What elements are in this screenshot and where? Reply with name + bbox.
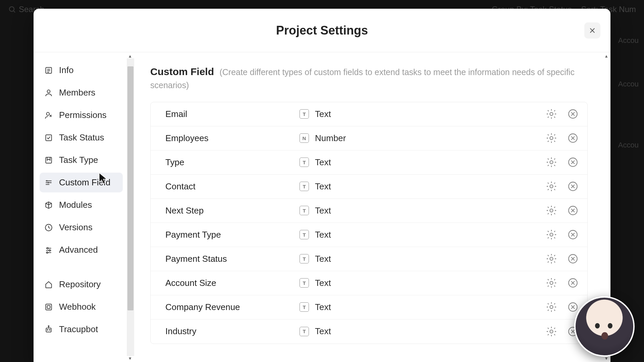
- sidebar-item-webhook[interactable]: Webhook: [40, 297, 123, 317]
- field-settings-button[interactable]: [546, 108, 557, 120]
- customfield-icon: [44, 178, 53, 187]
- field-delete-button[interactable]: [567, 229, 579, 240]
- field-name: Next Step: [165, 205, 300, 216]
- sidebar-item-label: Modules: [59, 200, 92, 210]
- custom-field-row: IndustryTText: [151, 319, 587, 344]
- svg-rect-26: [46, 328, 51, 332]
- versions-icon: [44, 223, 53, 232]
- project-settings-modal: Project Settings ▴ ▾ InfoMembersPermissi…: [34, 9, 610, 362]
- repository-icon: [44, 280, 53, 289]
- field-delete-button[interactable]: [567, 132, 579, 144]
- field-settings-button[interactable]: [546, 157, 557, 168]
- field-name: Contact: [165, 181, 300, 192]
- sidebar-scrollbar-thumb[interactable]: [127, 66, 133, 310]
- field-type-icon: T: [300, 327, 309, 336]
- field-delete-button[interactable]: [567, 205, 579, 216]
- field-type: TText: [300, 230, 546, 240]
- modal-title: Project Settings: [276, 23, 368, 38]
- field-name: Payment Type: [165, 230, 300, 240]
- sidebar-item-members[interactable]: Members: [40, 83, 123, 103]
- field-settings-button[interactable]: [546, 326, 557, 337]
- sidebar-item-tasktype[interactable]: Task Type: [40, 150, 123, 170]
- sidebar-item-taskstatus[interactable]: Task Status: [40, 128, 123, 147]
- svg-point-30: [49, 329, 50, 330]
- avatar[interactable]: [574, 296, 635, 357]
- field-type: TText: [300, 181, 546, 192]
- field-type-icon: T: [300, 206, 309, 215]
- field-type: TText: [300, 205, 546, 216]
- svg-point-21: [49, 249, 50, 251]
- svg-point-31: [550, 112, 553, 115]
- sidebar-item-permissions[interactable]: Permissions: [40, 105, 123, 125]
- svg-point-55: [550, 257, 553, 260]
- field-name: Employees: [165, 133, 300, 143]
- sidebar-item-repository[interactable]: Repository: [40, 275, 123, 294]
- field-type-icon: T: [300, 158, 309, 167]
- field-type: TText: [300, 278, 546, 288]
- field-type-icon: T: [300, 254, 309, 263]
- permissions-icon: [44, 111, 53, 120]
- custom-field-row: Payment StatusTText: [151, 247, 587, 271]
- sidebar-item-tracupbot[interactable]: Tracupbot: [40, 319, 123, 339]
- custom-field-row: ContactTText: [151, 175, 587, 199]
- custom-field-row: EmployeesNNumber: [151, 126, 587, 150]
- field-type-label: Text: [315, 278, 331, 288]
- svg-point-9: [47, 112, 50, 115]
- field-delete-button[interactable]: [567, 277, 579, 289]
- custom-field-row: TypeTText: [151, 150, 587, 175]
- field-settings-button[interactable]: [546, 253, 557, 264]
- close-icon: [589, 27, 596, 34]
- custom-field-row: Account SizeTText: [151, 271, 587, 295]
- svg-point-19: [47, 247, 48, 249]
- field-settings-button[interactable]: [546, 181, 557, 192]
- sidebar-item-customfield[interactable]: Custom Field: [40, 173, 123, 192]
- field-type-label: Text: [315, 157, 331, 168]
- main-scroll-up[interactable]: ▴: [603, 53, 609, 59]
- mouse-cursor: [98, 172, 108, 185]
- field-type: TText: [300, 326, 546, 337]
- sidebar-item-info[interactable]: Info: [40, 60, 123, 80]
- field-settings-button[interactable]: [546, 277, 557, 289]
- field-name: Industry: [165, 326, 300, 337]
- field-type-icon: N: [300, 133, 309, 143]
- section-title: Custom Field: [150, 66, 214, 77]
- field-name: Payment Status: [165, 254, 300, 264]
- sidebar-scrollbar-track[interactable]: [127, 58, 134, 356]
- custom-field-row: EmailTText: [151, 102, 587, 126]
- tracupbot-icon: [44, 325, 53, 334]
- svg-point-8: [47, 90, 50, 93]
- sidebar-item-label: Members: [59, 87, 95, 98]
- section-description: (Create different types of custom fields…: [150, 67, 575, 90]
- field-type: NNumber: [300, 133, 546, 143]
- field-type: TText: [300, 254, 546, 264]
- field-settings-button[interactable]: [546, 132, 557, 144]
- field-settings-button[interactable]: [546, 229, 557, 240]
- field-settings-button[interactable]: [546, 205, 557, 216]
- field-name: Type: [165, 157, 300, 168]
- field-type: TText: [300, 109, 546, 119]
- taskstatus-icon: [44, 133, 53, 142]
- field-delete-button[interactable]: [567, 181, 579, 192]
- field-delete-button[interactable]: [567, 108, 579, 120]
- svg-point-39: [550, 161, 553, 164]
- sidebar-scroll-down[interactable]: ▾: [127, 355, 133, 361]
- modules-icon: [44, 201, 53, 209]
- svg-point-51: [550, 233, 553, 236]
- field-settings-button[interactable]: [546, 301, 557, 313]
- sidebar-item-versions[interactable]: Versions: [40, 218, 123, 237]
- svg-point-29: [47, 329, 48, 330]
- field-delete-button[interactable]: [567, 253, 579, 264]
- custom-field-row: Next StepTText: [151, 199, 587, 223]
- field-delete-button[interactable]: [567, 301, 579, 313]
- field-delete-button[interactable]: [567, 157, 579, 168]
- svg-point-35: [550, 136, 553, 139]
- field-type: TText: [300, 302, 546, 312]
- modal-header: Project Settings: [34, 9, 610, 52]
- custom-field-list: EmailTTextEmployeesNNumberTypeTTextConta…: [150, 102, 588, 344]
- sidebar-item-modules[interactable]: Modules: [40, 195, 123, 215]
- svg-point-59: [550, 281, 553, 284]
- sidebar-item-label: Webhook: [59, 302, 96, 312]
- sidebar-item-advanced[interactable]: Advanced: [40, 240, 123, 260]
- field-type-label: Text: [315, 109, 331, 119]
- close-button[interactable]: [584, 22, 600, 39]
